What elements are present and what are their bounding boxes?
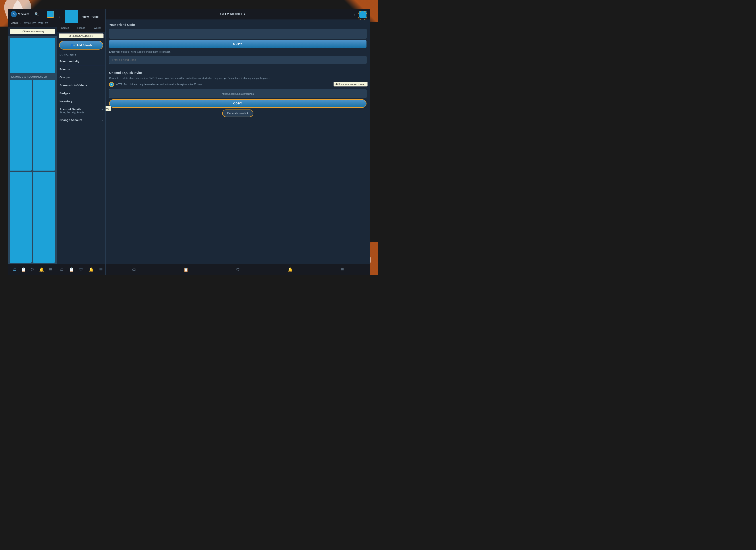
more-options-icon[interactable]: ⋮ bbox=[41, 12, 45, 16]
featured-label: FEATURED & RECOMMENDED bbox=[10, 76, 55, 78]
profile-nav-menu-icon[interactable]: ☰ bbox=[99, 267, 103, 272]
add-friends-icon: 👤+ bbox=[70, 44, 75, 47]
back-button[interactable]: ‹ bbox=[57, 9, 63, 24]
profile-tabs: Games Friends Wallet bbox=[57, 24, 105, 32]
featured-item-3 bbox=[10, 172, 32, 263]
account-arrow-icon: › bbox=[102, 108, 103, 111]
store-bottom-nav: 🏷 📋 🛡 🔔 ☰ bbox=[8, 265, 57, 275]
store-nav-bell-icon[interactable]: 🔔 bbox=[39, 267, 44, 272]
tab-games[interactable]: Games bbox=[57, 24, 73, 32]
profile-nav-shield-icon[interactable]: 🛡 bbox=[79, 268, 83, 272]
annotation-1: 1) Жмем на аватарку bbox=[10, 29, 55, 34]
store-nav-shield-icon[interactable]: 🛡 bbox=[31, 268, 35, 272]
menu-item-friend-activity[interactable]: Friend Activity bbox=[57, 58, 105, 66]
store-main-area: FEATURED & RECOMMENDED bbox=[8, 36, 57, 265]
community-nav-list-icon[interactable]: 📋 bbox=[183, 267, 188, 272]
header-icons: 🔍 ⋮ bbox=[35, 11, 54, 18]
profile-nav-bell-icon[interactable]: 🔔 bbox=[89, 267, 94, 272]
invite-desc: Generate a link to share via email or SM… bbox=[109, 76, 366, 80]
checkmark-icon: ✓ bbox=[109, 82, 114, 87]
community-bottom-nav: 🏷 📋 🛡 🔔 ☰ bbox=[106, 265, 370, 275]
community-nav-menu-icon[interactable]: ☰ bbox=[340, 267, 344, 272]
community-nav-bell-icon[interactable]: 🔔 bbox=[288, 267, 293, 272]
community-nav-shield-icon[interactable]: 🛡 bbox=[236, 268, 240, 272]
nav-wallet[interactable]: WALLET bbox=[38, 22, 48, 25]
store-nav-list-icon[interactable]: 📋 bbox=[21, 267, 26, 272]
generate-new-link-button[interactable]: Generate new link bbox=[222, 110, 253, 117]
profile-nav-tag-icon[interactable]: 🏷 bbox=[60, 268, 64, 272]
annotation-4: 4) Копируем новую ссылку bbox=[334, 82, 368, 87]
menu-item-change-account[interactable]: Change Account › bbox=[57, 116, 105, 124]
panel-profile: ‹ View Profile Games Friends Wallet 2) «… bbox=[57, 9, 105, 275]
menu-item-account[interactable]: Account Details › Store, Security, Famil… bbox=[57, 105, 105, 116]
menu-item-friends[interactable]: Friends bbox=[57, 66, 105, 73]
menu-item-inventory[interactable]: Inventory bbox=[57, 97, 105, 105]
profile-nav-list-icon[interactable]: 📋 bbox=[69, 267, 74, 272]
account-label: Account Details bbox=[60, 108, 81, 111]
community-header: COMMUNITY ⋮ bbox=[106, 9, 370, 19]
view-profile-container: View Profile bbox=[81, 14, 100, 19]
nav-menu[interactable]: MENU bbox=[11, 22, 18, 25]
featured-item-2 bbox=[33, 80, 55, 171]
profile-avatar bbox=[65, 10, 78, 23]
avatar[interactable] bbox=[47, 11, 54, 18]
friend-code-desc: Enter your friend's Friend Code to invit… bbox=[109, 50, 366, 54]
account-sub: Store, Security, Family bbox=[60, 111, 103, 114]
community-content: Your Friend Code COPY Enter your friend'… bbox=[106, 19, 370, 265]
invite-note-text: NOTE: Each link can only be used once, a… bbox=[116, 83, 203, 86]
featured-grid bbox=[10, 80, 55, 263]
friend-code-display bbox=[109, 29, 366, 39]
store-nav: MENU ▾ WISHLIST WALLET bbox=[8, 19, 57, 27]
add-friends-label: Add friends bbox=[76, 44, 92, 47]
main-banner bbox=[10, 38, 55, 73]
invite-note: ✓ NOTE: Each link can only be used once,… bbox=[109, 82, 366, 87]
change-account-arrow-icon: › bbox=[102, 118, 103, 122]
search-icon[interactable]: 🔍 bbox=[35, 12, 39, 16]
panel-community: COMMUNITY ⋮ Your Friend Code COPY Enter … bbox=[105, 9, 370, 275]
store-header: ♨ Steam 🔍 ⋮ bbox=[8, 9, 57, 19]
steam-logo: ♨ Steam bbox=[11, 11, 30, 17]
community-more-icon[interactable]: ⋮ bbox=[353, 12, 357, 17]
store-nav-tag-icon[interactable]: 🏷 bbox=[12, 268, 16, 272]
main-container: ♨ Steam 🔍 ⋮ MENU ▾ WISHLIST WALLET 1) Жм… bbox=[8, 9, 370, 275]
nav-wishlist[interactable]: WISHLIST bbox=[24, 22, 36, 25]
community-avatar bbox=[359, 11, 366, 18]
my-content-label: MY CONTENT bbox=[57, 53, 105, 58]
add-friends-button[interactable]: 👤+ Add friends bbox=[59, 41, 103, 50]
annotation-2: 2) «Добавить друзей» bbox=[59, 33, 104, 38]
profile-header-top: ‹ View Profile bbox=[57, 9, 105, 24]
friend-code-section: Your Friend Code COPY Enter your friend'… bbox=[109, 23, 366, 68]
view-profile-button[interactable]: View Profile bbox=[81, 14, 100, 19]
invite-link-text: https://s.team/p/ваша/ссылка bbox=[222, 93, 254, 95]
steam-logo-icon: ♨ bbox=[11, 11, 17, 17]
invite-link-box: https://s.team/p/ваша/ссылка bbox=[109, 89, 366, 98]
community-title: COMMUNITY bbox=[220, 12, 246, 16]
profile-bottom-nav: 🏷 📋 🛡 🔔 ☰ bbox=[57, 265, 105, 275]
featured-item-4 bbox=[33, 172, 55, 263]
community-nav-tag-icon[interactable]: 🏷 bbox=[132, 268, 136, 272]
menu-item-groups[interactable]: Groups bbox=[57, 73, 105, 81]
quick-invite-title: Or send a Quick Invite bbox=[109, 71, 366, 75]
friend-code-title: Your Friend Code bbox=[109, 23, 366, 27]
steam-logo-text: Steam bbox=[18, 12, 30, 16]
panel-store: ♨ Steam 🔍 ⋮ MENU ▾ WISHLIST WALLET 1) Жм… bbox=[8, 9, 57, 275]
store-nav-menu-icon[interactable]: ☰ bbox=[49, 267, 52, 272]
community-icons: ⋮ bbox=[353, 11, 366, 18]
change-account-label: Change Account bbox=[60, 118, 82, 122]
menu-item-screenshots[interactable]: Screenshots/Videos bbox=[57, 81, 105, 89]
copy-friend-code-button[interactable]: COPY bbox=[109, 40, 366, 48]
friend-code-input[interactable] bbox=[109, 56, 366, 64]
copy-invite-link-button[interactable]: COPY bbox=[109, 99, 366, 108]
nav-menu-arrow: ▾ bbox=[20, 22, 21, 24]
featured-item-1 bbox=[10, 80, 32, 171]
tab-wallet[interactable]: Wallet bbox=[89, 24, 105, 32]
tab-friends[interactable]: Friends bbox=[73, 24, 89, 32]
annotation-3: 3) Создаем новую ссылку bbox=[106, 106, 111, 111]
quick-invite-section: Or send a Quick Invite Generate a link t… bbox=[109, 71, 366, 117]
menu-item-badges[interactable]: Badges bbox=[57, 89, 105, 97]
